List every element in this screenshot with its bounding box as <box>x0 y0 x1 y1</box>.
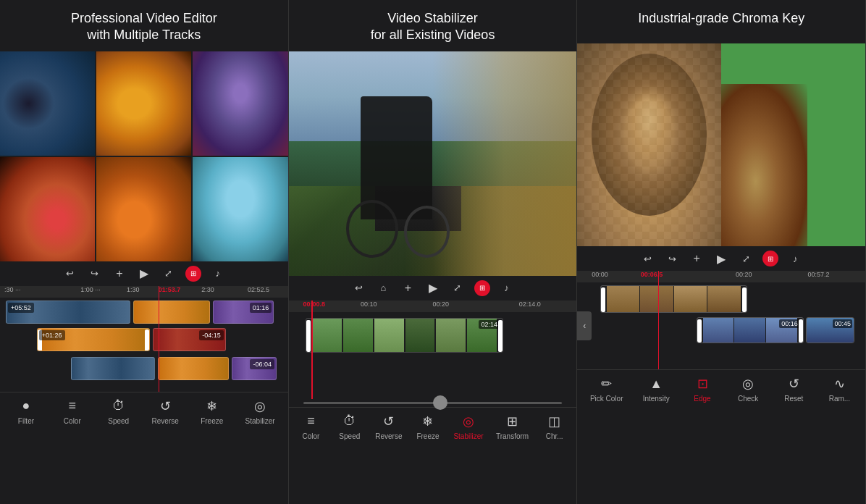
p2-transform-label: Transform <box>496 432 529 440</box>
p2-reverse-tool[interactable]: ↺ Reverse <box>375 412 402 440</box>
p3-clip2-handle-right[interactable] <box>799 319 803 343</box>
speed-tool[interactable]: ⏱ Speed <box>106 397 132 425</box>
panel1-preview <box>0 51 288 261</box>
slider-thumb[interactable] <box>433 395 447 410</box>
p2-chroma-tool[interactable]: ◫ Chr... <box>542 412 568 440</box>
panel3-ruler: 00:00 00:06.5 00:20 00:57.2 <box>577 271 865 282</box>
p2-stabilizer-label: Stabilizer <box>453 432 483 440</box>
p2-reverse-label: Reverse <box>375 432 402 440</box>
freeze-icon: ❄ <box>203 397 222 416</box>
timeline-cursor-1 <box>159 286 160 298</box>
redo-button[interactable]: ↪ <box>87 266 103 282</box>
timeline-cursor-2 <box>311 301 313 312</box>
p2-home-button[interactable]: ⌂ <box>376 280 392 296</box>
expand-button[interactable]: ⤢ <box>161 266 177 282</box>
p3-music-button[interactable]: ♪ <box>787 251 803 266</box>
stabilizer-icon: ◎ <box>251 397 269 416</box>
panel3-preview <box>577 43 865 246</box>
p2-undo-button[interactable]: ↩ <box>351 280 367 296</box>
p3-undo-button[interactable]: ↩ <box>639 251 655 266</box>
lion-green-side <box>721 84 807 246</box>
undo-button[interactable]: ↩ <box>62 266 78 282</box>
add-button[interactable]: + <box>112 266 127 282</box>
panel1-ruler: :30 ··· 1:00 ··· 1:30 01:53.7 2:30 02:52… <box>0 286 288 298</box>
p2-color-tool[interactable]: ≡ Color <box>298 412 324 440</box>
clip-handle-right[interactable] <box>145 329 149 351</box>
p2-reverse-icon: ↺ <box>379 412 398 431</box>
p2-ruler-mark-2: 00:20 <box>433 301 450 308</box>
reverse-label: Reverse <box>152 417 179 425</box>
edge-label: Edge <box>694 395 710 403</box>
reset-tool[interactable]: ↺ Reset <box>781 374 807 403</box>
p2-film-button[interactable]: ⊞ <box>474 280 490 296</box>
intensity-tool[interactable]: ▲ Intensity <box>643 374 670 403</box>
color-icon: ≡ <box>63 397 82 416</box>
p3-add-button[interactable]: + <box>689 251 705 266</box>
preview-cell-5 <box>96 157 191 261</box>
ruler-mark-1: :30 ··· <box>4 286 21 293</box>
pick-color-tool[interactable]: ✏ Pick Color <box>590 374 623 403</box>
reverse-icon: ↺ <box>156 397 175 416</box>
cursor-line-1 <box>159 298 160 392</box>
edge-tool[interactable]: ⊡ Edge <box>689 374 715 403</box>
p2-freeze-tool[interactable]: ❄ Freeze <box>415 412 441 440</box>
speed-label: Speed <box>108 417 129 425</box>
panel1-title: Professional Video Editorwith Multiple T… <box>0 0 288 51</box>
p3-expand-button[interactable]: ⤢ <box>738 251 754 266</box>
p2-chroma-label: Chr... <box>546 432 563 440</box>
p2-expand-button[interactable]: ⤢ <box>450 280 466 296</box>
panel3-toolbar: ✏ Pick Color ▲ Intensity ⊡ Edge ◎ Check … <box>577 369 865 407</box>
p3-clip2-duration: 00:16 <box>779 319 800 328</box>
p2-clip-handle-left[interactable] <box>306 320 311 352</box>
p2-music-button[interactable]: ♪ <box>499 280 515 296</box>
panel3-title: Industrial-grade Chroma Key <box>577 0 865 43</box>
p3-film-button[interactable]: ⊞ <box>762 251 778 266</box>
p2-clip-handle-right[interactable] <box>498 320 503 352</box>
current-time-label-2: 00:00.8 <box>303 301 326 308</box>
p3-sidebar-toggle[interactable]: ‹ <box>577 311 592 340</box>
reset-icon: ↺ <box>784 374 803 393</box>
p3-ruler-mark-1: 00:20 <box>736 271 752 278</box>
p3-play-button[interactable]: ▶ <box>713 251 729 266</box>
stabilizer-tool[interactable]: ◎ Stabilizer <box>245 397 275 425</box>
stabilizer-label: Stabilizer <box>245 417 275 425</box>
cursor-line-3 <box>658 282 660 369</box>
color-tool[interactable]: ≡ Color <box>59 397 85 425</box>
panel3-tracks: ‹ 00 <box>577 282 865 369</box>
p2-play-button[interactable]: ▶ <box>425 280 441 296</box>
p2-stabilizer-tool[interactable]: ◎ Stabilizer <box>453 412 483 440</box>
p2-add-button[interactable]: + <box>400 280 416 296</box>
panel2-ruler: 00:00.8 00:10 00:20 02:14.0 <box>289 301 577 312</box>
freeze-tool[interactable]: ❄ Freeze <box>199 397 225 425</box>
check-tool[interactable]: ◎ Check <box>735 374 761 403</box>
ram-tool[interactable]: ∿ Ram... <box>826 374 852 403</box>
play-button[interactable]: ▶ <box>136 266 152 282</box>
current-time-label-1: 01:53.7 <box>159 286 181 293</box>
p3-clip1-handle-left[interactable] <box>601 287 605 312</box>
p2-transform-tool[interactable]: ⊞ Transform <box>496 412 529 440</box>
panel-3: Industrial-grade Chroma Key ↩ ↪ + ▶ <box>577 0 866 504</box>
p2-chroma-icon: ◫ <box>545 412 564 431</box>
p2-stabilizer-icon: ◎ <box>459 412 478 431</box>
music-button[interactable]: ♪ <box>210 266 226 282</box>
p2-transform-icon: ⊞ <box>503 412 522 431</box>
filter-tool[interactable]: ● Filter <box>13 397 39 425</box>
wheel-rear <box>404 206 450 258</box>
filter-label: Filter <box>18 417 34 425</box>
p3-clip2-handle-left[interactable] <box>697 319 702 343</box>
clip-label-1: +05:52 <box>8 303 34 313</box>
slider-track[interactable] <box>303 402 563 404</box>
current-time-label-3: 00:06.5 <box>641 271 663 278</box>
p3-ruler-mark-2: 00:57.2 <box>807 271 829 278</box>
p3-redo-button[interactable]: ↪ <box>664 251 680 266</box>
clip-label-2: 01:16 <box>250 303 272 313</box>
p2-speed-tool[interactable]: ⏱ Speed <box>337 412 363 440</box>
p3-clip1-handle-right[interactable] <box>742 287 747 312</box>
intensity-icon: ▲ <box>647 374 665 393</box>
film-button[interactable]: ⊞ <box>185 266 201 282</box>
preview-cell-4 <box>0 157 95 261</box>
reset-label: Reset <box>784 395 803 403</box>
check-label: Check <box>738 395 758 403</box>
chroma-checker-bg <box>577 43 721 246</box>
reverse-tool[interactable]: ↺ Reverse <box>152 397 179 425</box>
